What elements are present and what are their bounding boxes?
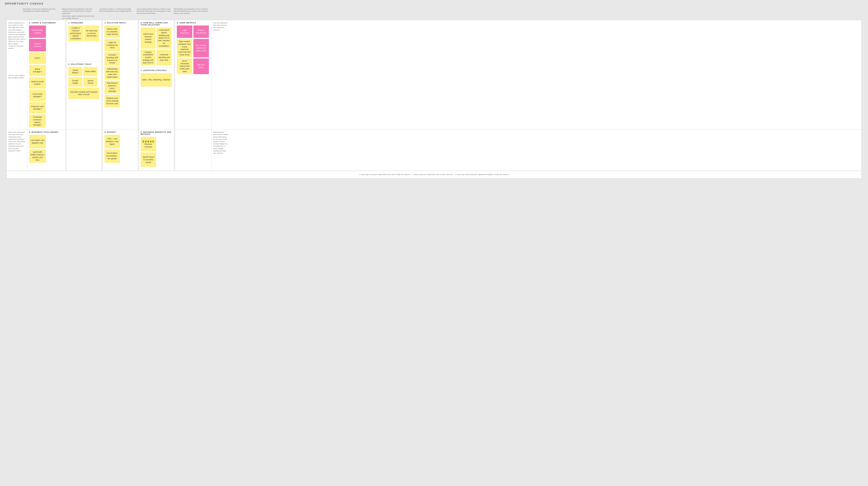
sticky-users-invited[interactable]: No. of users invited and active users <box>193 39 209 57</box>
sticky-discover[interactable]: Discover logins <box>193 58 209 74</box>
section-adoption: 7. ADOPTION STRATEGY Sales, AMs, Marketi… <box>139 68 174 129</box>
section-users: 2. USERS & CUSTOMERS Social Media Analys… <box>27 20 66 129</box>
business-benefits-title: 8. BUSINESS BENEFITS AND METRICS <box>141 131 172 135</box>
top-q-metrics: What specific user behaviors can you mea… <box>174 8 210 20</box>
solutions-today-grid: Social Bakers Share-ablee Crowd-tangle S… <box>68 67 100 99</box>
sticky-corp-comms[interactable]: Corporate communi-cations manager? <box>29 115 46 127</box>
adoption-title: 7. ADOPTION STRATEGY <box>141 69 172 72</box>
sticky-tags[interactable]: Tags created, assigned, how many segment… <box>177 39 192 57</box>
section-solution-ideas: 1. SOLUTION IDEAS Falcon SSO on Unmetric… <box>103 20 138 129</box>
sticky-upsell-hidden[interactable]: Upsell with hidden features (Starter and… <box>29 149 46 163</box>
problems-grid: Unable to measure performance against co… <box>68 26 100 41</box>
col-problems-solutions: 1. PROBLEMS Unable to measure performanc… <box>67 20 102 129</box>
how-use-grid: Inform and improve content strategy Unde… <box>141 28 172 65</box>
sticky-sales[interactable]: Sales, AMs, Marketing, reachout <box>141 73 172 87</box>
business-challenges-title: 4. BUSINESS CHALLENGES <box>29 131 64 133</box>
sticky-cmo[interactable]: CMO? <box>29 52 46 64</box>
sticky-sso[interactable]: SSO – Low adoption, Less logins <box>104 135 120 148</box>
sticky-automate[interactable]: Automate reporting and save time <box>157 50 172 65</box>
top-q-solution-ideas: List product, feature, or enhancement id… <box>99 8 135 20</box>
sticky-login-freq[interactable]: Login frequency <box>177 26 192 38</box>
how-use-title: 5. HOW WILL USERS USE YOUR SOLUTION? <box>141 22 172 26</box>
budget-title: 9. BUDGET <box>104 131 136 133</box>
sticky-manually[interactable]: Manually compile and compare data in Exc… <box>68 88 99 99</box>
sticky-shareable[interactable]: Share-ablee <box>83 67 97 76</box>
page-wrapper: OPPORTUNITY CANVAS What types of users a… <box>0 0 868 180</box>
section-business-challenges: 4. BUSINESS CHALLENGES Less logins, low … <box>27 130 66 171</box>
sticky-no-easy[interactable]: No easy way to access Benchmark <box>84 26 99 41</box>
adoption-grid: Sales, AMs, Marketing, reachout <box>141 73 172 87</box>
top-q-problems: What problems do prospective users and c… <box>62 8 98 20</box>
users-title: 2. USERS & CUSTOMERS <box>29 22 64 24</box>
solutions-today-title: 3. SOLUTIONS TODAY <box>68 63 100 65</box>
section-solutions-today: 3. SOLUTIONS TODAY Social Bakers Share-a… <box>67 61 101 129</box>
sticky-inform[interactable]: Inform and improve content strategy <box>141 28 156 49</box>
sticky-automated[interactable]: No.of Atomated reports and email open ra… <box>177 58 192 74</box>
bottom-row: How do the customers' and users' and the… <box>7 130 861 171</box>
sticky-less-logins[interactable]: Less logins, low adoption rate <box>29 135 46 148</box>
sticky-upsell-falcon[interactable]: Upsell Falcon to Unmetric clients <box>141 152 156 167</box>
sticky-login-via[interactable]: Login via Unmetric (no SSO) <box>104 39 120 51</box>
sticky-social-media[interactable]: Social Media Analysts <box>29 26 46 38</box>
top-q-how-use: If your target audience has your solutio… <box>136 8 173 20</box>
right-label-bottom: What business performance metrics will b… <box>211 130 230 171</box>
sticky-understand[interactable]: Understand what's working and what's not… <box>157 28 172 49</box>
col-how-use-adoption: 5. HOW WILL USERS USE YOUR SOLUTION? Inf… <box>139 20 174 129</box>
top-row: Look for differences in user's goals or … <box>7 20 861 130</box>
sticky-onboarding[interactable]: Onboarding with Intercom, video and blan… <box>104 66 120 80</box>
users-grid: Social Media Analysts Content Creators C… <box>29 26 64 127</box>
left-label-top: Look for differences in user's goals or … <box>7 20 27 129</box>
business-challenges-grid: Less logins, low adoption rate Upsell wi… <box>29 135 64 163</box>
sticky-reports[interactable]: Reports downloaded <box>193 26 209 38</box>
sticky-head-social[interactable]: Head of social media? <box>29 77 46 89</box>
solution-ideas-grid: Falcon SSO on Unmetric Login Screen Logi… <box>104 26 136 107</box>
user-metrics-title: 6. USER METRICS <box>177 22 210 24</box>
problems-title: 1. PROBLEMS <box>68 22 100 24</box>
sticky-sprout[interactable]: Sprout Social <box>83 77 97 87</box>
section-business-benefits: 8. BUSINESS BENEFITS AND METRICS 🤑🤑🤑🤑🤑 R… <box>139 130 174 171</box>
sticky-content-creators[interactable]: Content Creators <box>29 39 46 51</box>
empty-problems-bottom <box>67 130 102 171</box>
section-how-use: 5. HOW WILL USERS USE YOUR SOLUTION? Inf… <box>139 20 174 68</box>
sticky-request-am[interactable]: Request your AM to change Discover user <box>104 95 120 107</box>
solution-ideas-title: 1. SOLUTION IDEAS <box>104 22 136 24</box>
section-user-metrics: 6. USER METRICS Login frequency Reports … <box>175 20 211 129</box>
sticky-unmetric-branding[interactable]: Unmetric branding with Falcon.io in emai… <box>104 52 120 65</box>
sticky-unable[interactable]: Unable to measure performance against co… <box>68 26 83 41</box>
section-budget: 9. BUDGET SSO – Low adoption, Less login… <box>103 130 138 171</box>
sticky-community[interactable]: Community manager? <box>29 90 46 101</box>
canvas-title: OPPORTUNITY CANVAS <box>4 2 43 5</box>
bottom-questions: 1. What might it cost your organisation … <box>7 171 861 178</box>
left-label-bottom: How do the customers' and users' and the… <box>7 130 27 171</box>
sticky-analyze[interactable]: Analyze competitors content strategy and… <box>141 50 156 65</box>
right-label-top: How will customers and users discover an… <box>211 20 230 129</box>
user-metrics-grid: Login frequency Reports downloaded Tags … <box>177 26 210 74</box>
sticky-crowdtangle[interactable]: Crowd-tangle <box>68 77 82 87</box>
sticky-features-flagging[interactable]: FEATURES FLAGGING – No upsells <box>104 149 120 163</box>
sticky-customer-care[interactable]: Customer care manager? <box>29 102 46 113</box>
top-q-users: What types of users and customers have t… <box>23 8 61 20</box>
sticky-revenue[interactable]: 🤑🤑🤑🤑🤑 Revenue increase <box>141 137 156 151</box>
budget-grid: SSO – Low adoption, Less logins FEATURES… <box>104 135 136 163</box>
sticky-hide-features[interactable]: Hide featues based on user's package <box>104 81 120 94</box>
section-problems: 1. PROBLEMS Unable to measure performanc… <box>67 20 101 61</box>
business-benefits-grid: 🤑🤑🤑🤑🤑 Revenue increase Upsell Falcon to … <box>141 137 172 167</box>
sticky-social-bakers[interactable]: Social Bakers <box>68 67 82 76</box>
empty-metrics-bottom <box>175 130 211 171</box>
sticky-falcon-sso[interactable]: Falcon SSO on Unmetric Login Screen <box>104 26 120 38</box>
main-canvas: Look for differences in user's goals or … <box>6 20 862 178</box>
sticky-brand-manager[interactable]: Brand manager? <box>29 65 46 76</box>
